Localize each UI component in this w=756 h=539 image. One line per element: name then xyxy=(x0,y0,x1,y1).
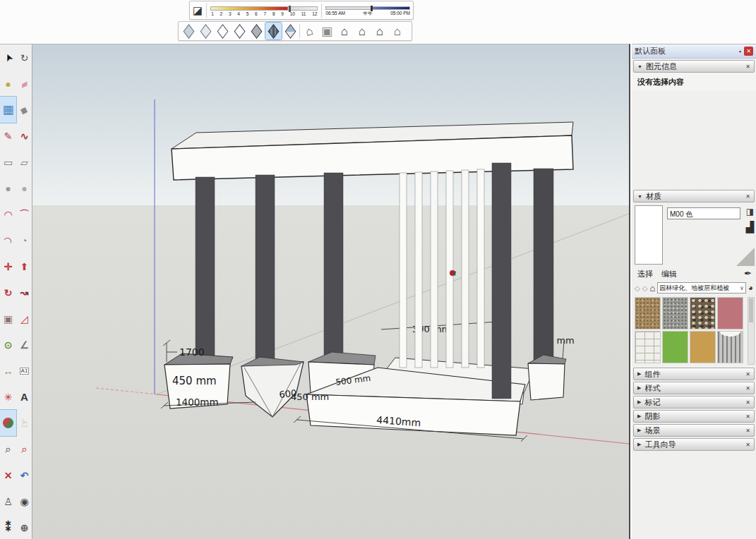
details-icon[interactable]: ◕ xyxy=(748,283,753,293)
arc-tool[interactable]: ◠ xyxy=(0,201,16,227)
collapse-arrow-icon[interactable]: ▼ xyxy=(637,194,642,199)
axes-tool[interactable]: ✳ xyxy=(0,384,16,410)
secondary-pane-corner[interactable] xyxy=(736,248,755,266)
eraser-tool[interactable]: ▰ xyxy=(16,71,32,97)
material-gravel-gray[interactable] xyxy=(662,297,688,329)
protractor-tool[interactable]: ∠ xyxy=(16,332,32,358)
text-tool[interactable]: A1 xyxy=(16,358,32,384)
shadows-panel-header[interactable]: ▶ 阴影 ✕ xyxy=(633,410,755,423)
follow-me-tool[interactable]: ↝ xyxy=(16,279,32,305)
position-camera-tool[interactable]: ♙ xyxy=(0,488,16,514)
paint-bucket-icon[interactable]: ▟ xyxy=(745,221,754,234)
panel-close-icon[interactable]: ✕ xyxy=(745,428,750,434)
material-cobblestone[interactable] xyxy=(690,297,716,329)
rotated-rectangle-tool[interactable]: ▱ xyxy=(16,149,32,175)
tray-titlebar[interactable]: 默认面板 ▪ ✕ xyxy=(632,44,756,59)
rotate-tool[interactable]: ↻ xyxy=(0,279,16,305)
select-tool[interactable]: ➤ xyxy=(0,44,16,71)
freehand-tool[interactable]: ∿ xyxy=(16,123,32,149)
expand-arrow-icon[interactable]: ▶ xyxy=(637,413,641,419)
time-slider-handle[interactable] xyxy=(371,6,373,11)
look-around-tool[interactable]: ◉ xyxy=(16,488,32,514)
front-view-button[interactable]: ⌂ xyxy=(336,23,353,40)
polygon-tool[interactable]: ● xyxy=(16,175,32,201)
footing-5[interactable] xyxy=(528,355,566,400)
wireframe-style-button[interactable] xyxy=(215,23,231,40)
zoom-tool[interactable]: ⌕ xyxy=(0,436,16,462)
shadows-toggle-icon[interactable]: ◪ xyxy=(193,5,203,16)
material-gravel-brown[interactable] xyxy=(635,297,661,329)
make-component-tool[interactable]: ↻ xyxy=(16,44,32,71)
expand-arrow-icon[interactable]: ▶ xyxy=(637,399,641,405)
xray-style-button[interactable] xyxy=(181,23,197,40)
swatch-scrollbar[interactable] xyxy=(748,297,755,365)
push-pull-tool[interactable]: ⬆ xyxy=(16,253,32,279)
left-view-button[interactable]: ⌂ xyxy=(371,23,388,40)
dim-label-450[interactable]: 450 mm xyxy=(172,375,217,387)
pin-icon[interactable]: ▪ xyxy=(739,48,741,55)
collapse-arrow-icon[interactable]: ▼ xyxy=(637,64,642,69)
sample-paint-icon[interactable]: ✒ xyxy=(744,268,752,279)
styles-panel-header[interactable]: ▶ 样式 ✕ xyxy=(633,382,755,394)
column-1[interactable] xyxy=(196,177,215,365)
dimension-tool[interactable]: ↔ xyxy=(0,358,16,384)
shaded-with-textures-style-button[interactable] xyxy=(265,23,282,40)
column-4[interactable] xyxy=(492,163,511,399)
pie-tool[interactable]: ◔ xyxy=(16,227,32,253)
entity-info-header[interactable]: ▼ 图元信息 ✕ xyxy=(633,60,755,73)
time-slider-track[interactable] xyxy=(325,6,410,10)
panel-close-icon[interactable]: ✕ xyxy=(745,399,750,406)
forward-arrow-icon[interactable]: ◇ xyxy=(642,284,648,292)
scenes-panel-header[interactable]: ▶ 场景 ✕ xyxy=(633,424,755,437)
tape-measure-tool[interactable]: ⊙ xyxy=(0,332,16,358)
home-icon[interactable]: ⌂ xyxy=(649,283,655,293)
materials-header[interactable]: ▼ 材质 ✕ xyxy=(633,190,755,202)
material-rose-solid[interactable] xyxy=(717,297,743,329)
pan-tool[interactable]: ☞ xyxy=(16,410,32,436)
material-name-field[interactable]: M00 色 xyxy=(667,207,740,219)
collection-dropdown[interactable]: 园林绿化、地被层和植被 ∨ xyxy=(657,282,745,293)
materials-close-icon[interactable]: ✕ xyxy=(745,193,750,200)
shaded-style-button[interactable] xyxy=(248,23,265,40)
tags-panel-header[interactable]: ▶ 标记 ✕ xyxy=(633,396,755,408)
line-tool[interactable]: ✎ xyxy=(0,123,16,149)
two-point-arc-tool[interactable]: ⌒ xyxy=(16,201,32,227)
zoom-extents-tool[interactable]: ✕ xyxy=(0,462,16,488)
textured-paint-tool[interactable]: ▦ xyxy=(0,97,16,123)
top-view-button[interactable]: ▣ xyxy=(318,23,335,40)
expand-arrow-icon[interactable]: ▶ xyxy=(637,371,641,377)
zoom-window-tool[interactable]: ⌕ xyxy=(16,436,32,462)
material-grass-green[interactable] xyxy=(662,331,688,363)
panel-close-icon[interactable]: ✕ xyxy=(745,442,750,448)
back-arrow-icon[interactable]: ◇ xyxy=(635,284,640,292)
walk-tool[interactable]: ⁑ xyxy=(0,514,16,539)
paint-bucket-tool[interactable]: ● xyxy=(0,71,16,97)
orbit-tool[interactable] xyxy=(0,410,16,436)
instructor-panel-header[interactable]: ▶ 工具向导 ✕ xyxy=(633,438,755,451)
create-material-icon[interactable]: ◨ xyxy=(746,207,754,217)
section-target-tool[interactable]: ⊕ xyxy=(16,514,32,539)
material-preview[interactable] xyxy=(635,205,663,265)
monochrome-style-button[interactable] xyxy=(282,23,299,40)
shadow-time-slider[interactable]: 06:55 AM 中午 05:00 PM xyxy=(325,4,410,17)
date-slider-handle[interactable] xyxy=(289,6,291,12)
tray-close-button[interactable]: ✕ xyxy=(744,47,753,56)
column-2[interactable] xyxy=(256,175,275,367)
back-view-button[interactable]: ⌂ xyxy=(389,23,406,40)
offset-tool[interactable]: ▣ xyxy=(0,305,16,332)
panel-close-icon[interactable]: ✕ xyxy=(745,385,750,392)
scale-tool[interactable]: ◿ xyxy=(16,305,32,332)
previous-view-tool[interactable]: ↶ xyxy=(16,462,32,488)
3d-text-tool[interactable]: A xyxy=(16,384,32,410)
expand-arrow-icon[interactable]: ▶ xyxy=(637,442,641,447)
right-view-button[interactable]: ⌂ xyxy=(354,23,371,40)
flat-shape-tool[interactable]: ◆ xyxy=(16,97,32,123)
scrollbar-thumb[interactable] xyxy=(749,298,753,322)
panel-close-icon[interactable]: ✕ xyxy=(745,413,750,420)
components-panel-header[interactable]: ▶ 组件 ✕ xyxy=(633,368,755,380)
modeling-viewport[interactable]: 390 mm 2 mm xyxy=(32,44,630,539)
panel-close-icon[interactable]: ✕ xyxy=(745,371,750,377)
entity-info-close-icon[interactable]: ✕ xyxy=(745,63,750,70)
expand-arrow-icon[interactable]: ▶ xyxy=(637,385,641,391)
column-3[interactable] xyxy=(324,173,343,361)
